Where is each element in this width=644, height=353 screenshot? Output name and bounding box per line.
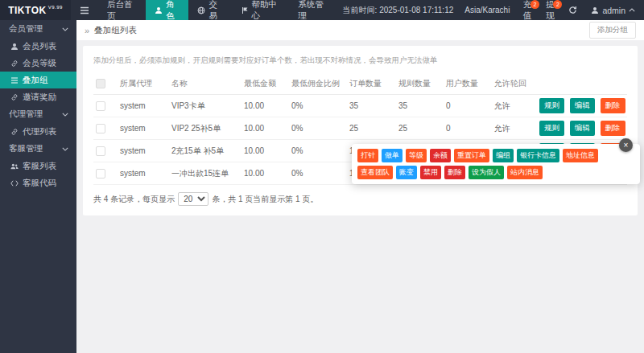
column-header-agent: 所属代理 (118, 73, 169, 95)
address-info-button[interactable]: 地址信息 (563, 149, 598, 162)
cell-agent: system (118, 117, 169, 140)
rule-button[interactable]: 规则 (539, 121, 564, 136)
sidebar-item-label: 代理列表 (23, 126, 56, 138)
page-title: 叠加组列表 (94, 25, 137, 36)
chevron-down-icon (62, 113, 68, 117)
cell-rule-count: 35 (396, 95, 444, 117)
row-checkbox[interactable] (96, 146, 105, 156)
user-icon (155, 6, 163, 14)
cell-name: VIP3卡单 (169, 95, 242, 117)
cell-rule-count: 25 (396, 117, 444, 140)
rule-button[interactable]: 规则 (539, 98, 564, 113)
close-icon[interactable]: × (619, 138, 633, 152)
nav-item-role[interactable]: 角色 (146, 0, 188, 20)
topbar: TIKTOK V9.99 后台首页 角色 交易 帮助中心 系统管理 当前时间: … (0, 0, 644, 20)
page-size-select[interactable]: 20 (178, 192, 208, 206)
group-assign-button[interactable]: 编组 (493, 149, 514, 162)
delete-button[interactable]: 删除 (601, 121, 625, 136)
balance-button[interactable]: 余额 (430, 149, 451, 162)
chevron-up-icon (629, 8, 635, 12)
set-as-bot-button[interactable]: 设为假人 (469, 166, 504, 179)
nav-label: 帮助中心 (252, 0, 281, 22)
sidebar-item-label: 客服列表 (23, 161, 56, 172)
sidebar-item-member-level[interactable]: 会员等级 (0, 55, 76, 72)
delete-button[interactable]: 删除 (601, 98, 625, 113)
sidebar-section-member-management[interactable]: 会员管理 (0, 20, 76, 38)
link-icon (10, 60, 19, 68)
cell-min-amount: 10.00 (242, 140, 289, 162)
nav-item-dashboard[interactable]: 后台首页 (98, 0, 146, 20)
sidebar-section-label: 会员管理 (9, 23, 43, 35)
edit-button[interactable]: 编辑 (570, 98, 595, 113)
select-all-checkbox[interactable] (96, 79, 105, 88)
cell-min-amount: 10.00 (242, 117, 289, 140)
reset-orders-button[interactable]: 重置订单 (454, 149, 489, 162)
view-team-button[interactable]: 查看团队 (357, 166, 393, 179)
cell-agent: system (118, 95, 169, 117)
sidebar-item-invite-reward[interactable]: 邀请奖励 (0, 88, 76, 105)
users-icon (10, 162, 19, 170)
column-header-min-amount: 最低金额 (242, 73, 289, 95)
cell-allow-loop: 允许 (492, 117, 537, 140)
breadcrumb-bar: » 叠加组列表 添加分组 (76, 20, 644, 40)
sidebar-section-label: 代理管理 (9, 109, 43, 120)
sidebar-item-service-code[interactable]: 客服代码 (0, 174, 76, 191)
edit-button[interactable]: 编辑 (570, 121, 595, 136)
user-menu[interactable]: admin (584, 6, 644, 15)
bank-card-info-button[interactable]: 银行卡信息 (517, 149, 559, 162)
exchange-icon (197, 6, 205, 14)
make-order-button[interactable]: 做单 (382, 149, 402, 162)
user-icon (10, 43, 19, 51)
nav-label: 后台首页 (107, 0, 137, 22)
hamburger-icon (80, 6, 89, 14)
sidebar-section-service-management[interactable]: 客服管理 (0, 140, 76, 158)
nav-label: 交易 (208, 0, 222, 22)
sidebar-item-label: 会员等级 (23, 58, 56, 69)
cell-agent: system (118, 162, 169, 185)
nav-item-system[interactable]: 系统管理 (289, 0, 336, 20)
sidebar-item-label: 客服代码 (23, 178, 56, 189)
sidebar-section-agent-management[interactable]: 代理管理 (0, 105, 76, 123)
cell-agent: system (118, 140, 169, 162)
column-header-allow-loop: 允许轮回 (492, 73, 537, 95)
nav-item-help-center[interactable]: 帮助中心 (232, 0, 290, 20)
pagination: 共 4 条记录，每页显示 20 条，共 1 页当前显示第 1 页。 (83, 185, 638, 215)
sidebar-item-overlay-group[interactable]: 叠加组 (0, 72, 76, 88)
row-checkbox[interactable] (96, 101, 105, 111)
sidebar-item-member-list[interactable]: 会员列表 (0, 38, 76, 55)
row-checkbox[interactable] (96, 169, 105, 179)
timezone-select[interactable]: Asia/Karachi (459, 6, 515, 14)
recharge-link[interactable]: 充值 2 (515, 0, 539, 20)
level-button[interactable]: 等级 (406, 149, 427, 162)
nav-item-trade[interactable]: 交易 (188, 0, 231, 20)
pagination-suffix: 条，共 1 页当前显示第 1 页。 (212, 194, 318, 205)
refresh-button[interactable] (561, 6, 584, 14)
row-checkbox[interactable] (96, 124, 105, 133)
sidebar: 会员管理 会员列表 会员等级 叠加组 邀请奖励 代理管理 代理列表 客服管理 客… (0, 20, 76, 353)
column-header-order-count: 订单数量 (347, 73, 396, 95)
column-header-rule-count: 规则数量 (396, 73, 444, 95)
sidebar-item-agent-list[interactable]: 代理列表 (0, 123, 76, 140)
flag-icon (241, 6, 249, 14)
sidebar-item-service-list[interactable]: 客服列表 (0, 158, 76, 174)
account-change-button[interactable]: 账变 (396, 166, 417, 179)
user-avatar-icon (591, 6, 599, 14)
withdraw-badge: 2 (553, 0, 562, 9)
menu-toggle-icon[interactable] (71, 0, 98, 20)
disable-button[interactable]: 禁用 (420, 166, 441, 179)
nav-label: 系统管理 (298, 0, 328, 22)
logo-text: TIKTOK (8, 5, 46, 16)
main-content: » 叠加组列表 添加分组 添加分组后，必须添加规则，开启规则需要对应好订单个数，… (76, 20, 644, 353)
add-group-button[interactable]: 添加分组 (589, 22, 636, 39)
withdraw-link[interactable]: 提现 2 (539, 0, 562, 20)
list-icon (10, 76, 19, 84)
topbar-right: 当前时间: 2025-01-08 17:11:12 Asia/Karachi 充… (337, 0, 644, 20)
cell-name: 2充15单 补5单 (169, 140, 242, 162)
site-message-button[interactable]: 站内消息 (507, 166, 543, 179)
logo[interactable]: TIKTOK V9.99 (0, 0, 71, 20)
delete-user-button[interactable]: 删除 (444, 166, 465, 179)
cell-min-commission: 0% (289, 162, 347, 185)
inject-button[interactable]: 打针 (357, 149, 378, 162)
table-row: system VIP3卡单 10.00 0% 35 35 0 允许 规则 编辑 … (93, 95, 627, 117)
cell-name: 一冲出款15连单 (169, 162, 242, 185)
